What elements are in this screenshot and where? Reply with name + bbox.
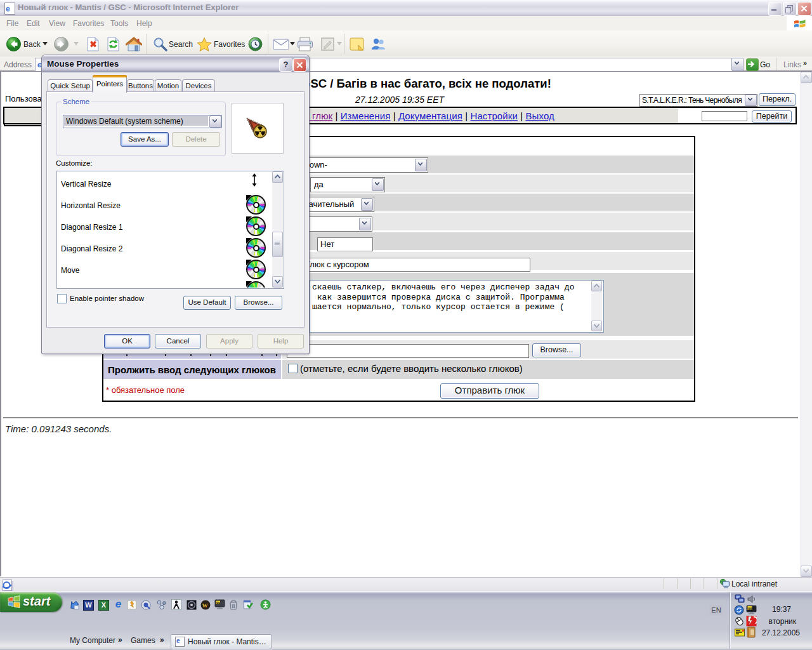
svg-text:99: 99 <box>748 607 752 611</box>
svg-text:W: W <box>202 602 208 609</box>
svg-text:99: 99 <box>216 601 220 605</box>
